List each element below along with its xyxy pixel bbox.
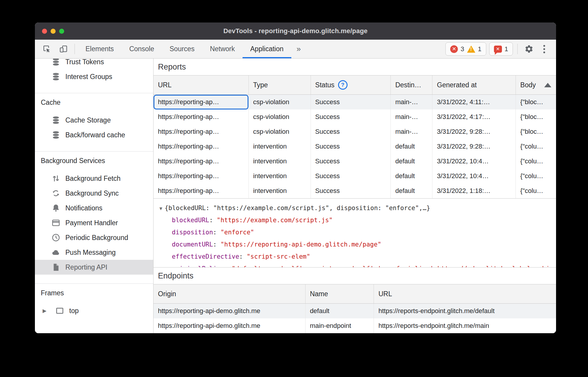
- cell-destination[interactable]: default: [391, 139, 432, 154]
- sort-ascending-icon: [544, 83, 551, 87]
- issues-badge[interactable]: ✕ 1: [489, 42, 513, 56]
- cell-status[interactable]: Success: [311, 169, 391, 183]
- column-header-origin[interactable]: Origin: [154, 284, 306, 303]
- cell-generated-at[interactable]: 3/31/2022, 4:17:…: [432, 109, 516, 124]
- expander-triangle-icon[interactable]: ▶: [43, 308, 50, 314]
- minimize-window-button[interactable]: [51, 29, 56, 34]
- toolbar-divider: [75, 44, 75, 54]
- sidebar-item-back-forward-cache[interactable]: Back/forward cache: [35, 128, 153, 142]
- table-row[interactable]: https://reporting-ap…csp-violationSucces…: [154, 124, 556, 139]
- help-icon[interactable]: ?: [338, 80, 348, 90]
- sidebar-item-trust-tokens[interactable]: Trust Tokens: [35, 59, 153, 69]
- expander-triangle-icon[interactable]: ▼: [159, 206, 162, 211]
- error-count: 3: [461, 45, 464, 53]
- sidebar-item-periodic-background[interactable]: Periodic Background: [35, 230, 153, 245]
- cell-url[interactable]: https://reporting-ap…: [154, 139, 249, 154]
- table-row[interactable]: https://reporting-ap…csp-violationSucces…: [154, 95, 556, 109]
- column-header-name[interactable]: Name: [306, 284, 374, 303]
- application-sidebar: Trust TokensInterest GroupsCacheCache St…: [35, 59, 154, 333]
- table-row[interactable]: https://reporting-ap…interventionSuccess…: [154, 169, 556, 183]
- settings-gear-icon[interactable]: [521, 40, 537, 58]
- cell-generated-at[interactable]: 3/31/2022, 1:18:…: [432, 183, 516, 198]
- close-window-button[interactable]: [42, 29, 47, 34]
- cell-body[interactable]: {"colu…: [516, 154, 556, 169]
- cell-type[interactable]: csp-violation: [249, 109, 311, 124]
- cell-url[interactable]: https://reporting-ap…: [154, 95, 249, 109]
- table-row[interactable]: https://reporting-ap…interventionSuccess…: [154, 183, 556, 198]
- cell-body[interactable]: {"bloc…: [516, 109, 556, 124]
- column-header-url[interactable]: URL: [374, 284, 556, 303]
- sidebar-item-label: Periodic Background: [65, 234, 128, 242]
- cell-url[interactable]: https://reporting-ap…: [154, 169, 249, 183]
- inspect-element-icon[interactable]: [38, 40, 55, 58]
- cell-type[interactable]: intervention: [249, 154, 311, 169]
- column-header-status[interactable]: Status?: [311, 75, 391, 94]
- more-tabs-button[interactable]: »: [291, 40, 306, 58]
- more-options-kebab-icon[interactable]: [537, 40, 551, 58]
- database-icon: [51, 116, 60, 125]
- tab-network[interactable]: Network: [202, 40, 243, 58]
- tab-sources[interactable]: Sources: [162, 40, 202, 58]
- warning-icon: [467, 46, 475, 53]
- cell-url[interactable]: https://reporting-ap…: [154, 154, 249, 169]
- json-preview-line[interactable]: ▼{blockedURL: "https://example.com/scrip…: [159, 202, 556, 214]
- cell-destination[interactable]: default: [391, 183, 432, 198]
- sidebar-item-reporting-api[interactable]: Reporting API: [35, 260, 153, 275]
- sidebar-item-top[interactable]: ▶top: [35, 303, 153, 318]
- sidebar-item-interest-groups[interactable]: Interest Groups: [35, 69, 153, 84]
- cell-destination[interactable]: main-…: [391, 124, 432, 139]
- sidebar-item-label: Trust Tokens: [65, 59, 104, 66]
- sidebar-item-notifications[interactable]: Notifications: [35, 201, 153, 215]
- sidebar-item-label: Cache Storage: [65, 116, 111, 124]
- cell-destination[interactable]: default: [391, 169, 432, 183]
- sidebar-section-divider: [35, 151, 153, 152]
- cell-generated-at[interactable]: 3/31/2022, 10:4…: [432, 169, 516, 183]
- cell-status[interactable]: Success: [311, 154, 391, 169]
- cell-url[interactable]: https://reporting-ap…: [154, 109, 249, 124]
- table-row[interactable]: https://reporting-ap…csp-violationSucces…: [154, 109, 556, 124]
- sidebar-item-cache-storage[interactable]: Cache Storage: [35, 113, 153, 128]
- cell-type[interactable]: intervention: [249, 169, 311, 183]
- tab-application[interactable]: Application: [243, 40, 291, 58]
- cell-type[interactable]: intervention: [249, 183, 311, 198]
- column-header-type[interactable]: Type: [249, 75, 311, 94]
- cell-generated-at[interactable]: 3/31/2022, 9:28:…: [432, 139, 516, 154]
- cell-generated-at[interactable]: 3/31/2022, 9:28:…: [432, 124, 516, 139]
- device-toolbar-icon[interactable]: [55, 40, 72, 58]
- cell-body[interactable]: {"bloc…: [516, 124, 556, 139]
- console-status-badge[interactable]: ✕ 3 1: [445, 42, 486, 56]
- cell-status[interactable]: Success: [311, 124, 391, 139]
- sidebar-item-push-messaging[interactable]: Push Messaging: [35, 245, 153, 260]
- cell-type[interactable]: csp-violation: [249, 95, 311, 109]
- cell-destination[interactable]: default: [391, 154, 432, 169]
- column-header-destin-[interactable]: Destin…: [391, 75, 432, 94]
- sidebar-item-payment-handler[interactable]: Payment Handler: [35, 215, 153, 230]
- json-value: "https://reporting-api-demo.glitch.me/pa…: [220, 241, 381, 248]
- zoom-window-button[interactable]: [59, 29, 64, 34]
- column-header-url[interactable]: URL: [154, 75, 249, 94]
- cell-status[interactable]: Success: [311, 183, 391, 198]
- table-row[interactable]: https://reporting-ap…interventionSuccess…: [154, 139, 556, 154]
- cell-status[interactable]: Success: [311, 95, 391, 109]
- cell-body[interactable]: {"bloc…: [516, 95, 556, 109]
- cell-type[interactable]: csp-violation: [249, 124, 311, 139]
- cell-body[interactable]: {"colu…: [516, 139, 556, 154]
- tab-elements[interactable]: Elements: [78, 40, 122, 58]
- column-header-generated-at[interactable]: Generated at: [432, 75, 516, 94]
- cell-generated-at[interactable]: 3/31/2022, 4:11:…: [432, 95, 516, 109]
- cell-url[interactable]: https://reporting-ap…: [154, 124, 249, 139]
- cell-url[interactable]: https://reporting-ap…: [154, 183, 249, 198]
- cell-generated-at[interactable]: 3/31/2022, 10:4…: [432, 154, 516, 169]
- column-header-body[interactable]: Body: [516, 75, 556, 94]
- cell-destination[interactable]: main-…: [391, 95, 432, 109]
- sidebar-item-background-fetch[interactable]: Background Fetch: [35, 171, 153, 186]
- cell-status[interactable]: Success: [311, 139, 391, 154]
- cell-body[interactable]: {"colu…: [516, 183, 556, 198]
- cell-type[interactable]: intervention: [249, 139, 311, 154]
- tab-console[interactable]: Console: [122, 40, 162, 58]
- cell-destination[interactable]: main-…: [391, 109, 432, 124]
- table-row[interactable]: https://reporting-ap…interventionSuccess…: [154, 154, 556, 169]
- cell-status[interactable]: Success: [311, 109, 391, 124]
- sidebar-item-background-sync[interactable]: Background Sync: [35, 186, 153, 201]
- cell-body[interactable]: {"colu…: [516, 169, 556, 183]
